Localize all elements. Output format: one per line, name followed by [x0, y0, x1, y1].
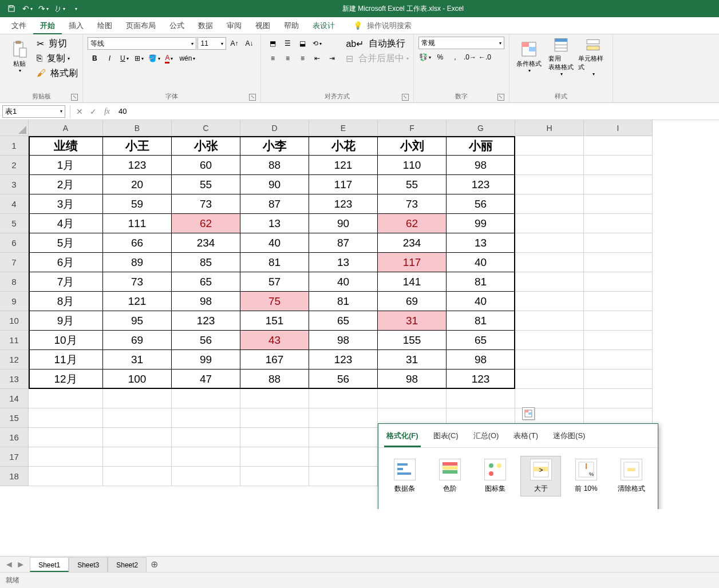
cell-H12[interactable]	[515, 350, 584, 370]
cell-A17[interactable]	[29, 447, 103, 467]
touch-mode-icon[interactable]: ▾	[53, 2, 66, 15]
wrap-text-button[interactable]: ab↵ 自动换行	[346, 37, 408, 50]
cell-C8[interactable]: 65	[172, 272, 240, 292]
cell-I9[interactable]	[584, 292, 653, 311]
cell-H13[interactable]	[515, 370, 584, 389]
cell-C17[interactable]	[172, 447, 240, 467]
cell-B6[interactable]: 66	[103, 233, 172, 253]
cell-D5[interactable]: 13	[240, 214, 309, 233]
cell-A9[interactable]: 8月	[29, 292, 103, 311]
cell-H10[interactable]	[515, 311, 584, 331]
align-right-icon[interactable]: ≡	[295, 52, 309, 65]
quick-analysis-handle[interactable]	[522, 407, 535, 420]
cell-styles-button[interactable]: 单元格样式▾	[578, 37, 608, 77]
cell-B13[interactable]: 100	[103, 370, 172, 389]
cell-E5[interactable]: 90	[309, 214, 378, 233]
cell-H1[interactable]	[515, 136, 584, 156]
tab-formulas[interactable]: 公式	[163, 17, 191, 34]
cell-F12[interactable]: 31	[378, 350, 447, 370]
align-top-icon[interactable]: ⬒	[266, 37, 279, 50]
cell-F4[interactable]: 73	[378, 194, 447, 214]
font-dialog-launcher[interactable]: ⤡	[249, 94, 256, 101]
cell-G7[interactable]: 40	[447, 253, 515, 272]
cell-D18[interactable]	[240, 467, 309, 486]
cell-B18[interactable]	[103, 467, 172, 486]
cell-D11[interactable]: 43	[240, 331, 309, 350]
cell-H6[interactable]	[515, 233, 584, 253]
tab-table-design[interactable]: 表设计	[306, 17, 342, 34]
cell-A18[interactable]	[29, 467, 103, 486]
row-header-12[interactable]: 12	[0, 350, 29, 370]
col-header-G[interactable]: G	[447, 120, 515, 136]
sheet-tab-1[interactable]: Sheet1	[30, 557, 69, 572]
cell-E4[interactable]: 123	[309, 194, 378, 214]
cell-F1[interactable]: 小刘	[378, 136, 447, 156]
row-header-16[interactable]: 16	[0, 428, 29, 447]
cell-B4[interactable]: 59	[103, 194, 172, 214]
align-middle-icon[interactable]: ☰	[281, 37, 294, 50]
cell-H2[interactable]	[515, 156, 584, 175]
undo-icon[interactable]: ↶▾	[21, 2, 34, 15]
cell-D15[interactable]	[240, 408, 309, 428]
cell-C10[interactable]: 123	[172, 311, 240, 331]
cell-F6[interactable]: 234	[378, 233, 447, 253]
cell-B2[interactable]: 123	[103, 156, 172, 175]
cell-H4[interactable]	[515, 194, 584, 214]
cell-D6[interactable]: 40	[240, 233, 309, 253]
cell-G3[interactable]: 123	[447, 175, 515, 194]
number-format-combo[interactable]: 常规▾	[418, 37, 504, 49]
cell-B9[interactable]: 121	[103, 292, 172, 311]
enter-icon[interactable]: ✓	[86, 107, 100, 116]
qa-tab-sparkline[interactable]: 迷你图(S)	[551, 428, 587, 447]
paste-button[interactable]: 粘贴▾	[5, 37, 34, 77]
cell-B5[interactable]: 111	[103, 214, 172, 233]
cell-E6[interactable]: 87	[309, 233, 378, 253]
add-sheet-button[interactable]: ⊕	[147, 559, 161, 570]
cell-G4[interactable]: 56	[447, 194, 515, 214]
cell-G1[interactable]: 小丽	[447, 136, 515, 156]
phonetic-button[interactable]: wén▾	[177, 52, 197, 65]
cell-G11[interactable]: 65	[447, 331, 515, 350]
qa-iconset[interactable]: 图标集	[475, 456, 516, 496]
col-header-D[interactable]: D	[240, 120, 309, 136]
cell-B7[interactable]: 89	[103, 253, 172, 272]
increase-decimal-icon[interactable]: .0→	[463, 51, 477, 63]
cell-A1[interactable]: 业绩	[29, 136, 103, 156]
cell-H7[interactable]	[515, 253, 584, 272]
cell-A4[interactable]: 3月	[29, 194, 103, 214]
qat-customize-icon[interactable]: ▾	[69, 2, 82, 15]
cell-A6[interactable]: 5月	[29, 233, 103, 253]
cell-H9[interactable]	[515, 292, 584, 311]
tab-help[interactable]: 帮助	[277, 17, 306, 34]
cell-I3[interactable]	[584, 175, 653, 194]
cell-C13[interactable]: 47	[172, 370, 240, 389]
cell-A3[interactable]: 2月	[29, 175, 103, 194]
align-left-icon[interactable]: ≡	[266, 52, 279, 65]
cell-C12[interactable]: 99	[172, 350, 240, 370]
cell-A14[interactable]	[29, 389, 103, 408]
orientation-icon[interactable]: ⟲▾	[310, 37, 324, 50]
cell-A16[interactable]	[29, 428, 103, 447]
qa-greater-than[interactable]: >大于	[520, 456, 561, 496]
cell-I5[interactable]	[584, 214, 653, 233]
tab-file[interactable]: 文件	[5, 17, 33, 34]
row-header-13[interactable]: 13	[0, 370, 29, 389]
cell-E2[interactable]: 121	[309, 156, 378, 175]
cell-A12[interactable]: 11月	[29, 350, 103, 370]
align-dialog-launcher[interactable]: ⤡	[402, 94, 409, 101]
row-header-18[interactable]: 18	[0, 467, 29, 486]
cell-I6[interactable]	[584, 233, 653, 253]
merge-center-button[interactable]: ⊟ 合并后居中▾	[346, 51, 408, 65]
cell-F14[interactable]	[378, 389, 447, 408]
tab-draw[interactable]: 绘图	[90, 17, 119, 34]
cell-I7[interactable]	[584, 253, 653, 272]
cell-B17[interactable]	[103, 447, 172, 467]
cell-B12[interactable]: 31	[103, 350, 172, 370]
row-header-15[interactable]: 15	[0, 408, 29, 428]
cell-B14[interactable]	[103, 389, 172, 408]
cell-C4[interactable]: 73	[172, 194, 240, 214]
cell-I2[interactable]	[584, 156, 653, 175]
cell-I11[interactable]	[584, 331, 653, 350]
cell-C7[interactable]: 85	[172, 253, 240, 272]
cell-E12[interactable]: 123	[309, 350, 378, 370]
